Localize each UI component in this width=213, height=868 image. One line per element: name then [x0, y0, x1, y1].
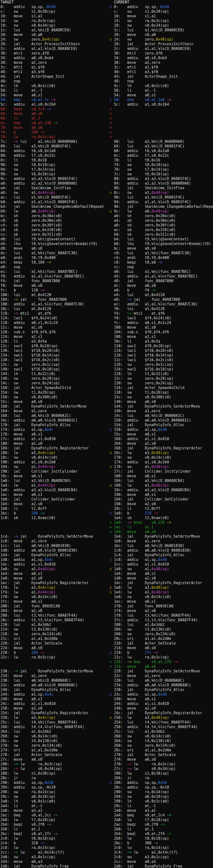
target-line: 18: sw s0,0x34(sp): [0, 23, 110, 28]
current-line: 1b8: move a1,zero: [110, 539, 213, 544]
diff-marker-immediate: i: [110, 650, 114, 655]
diff-row: cc: sb zero,0x311(s0) b0: sb zero,0x311(…: [0, 232, 213, 237]
current-line: 10c: li a3,0x5a: [110, 339, 213, 344]
current-line: 268: sw zero,0x134(s0): [110, 743, 213, 748]
current-line: 204: sw t3,0x130(s0): [110, 627, 213, 632]
target-line: 1d4: jal DynaPolyInfo_Alloc: [0, 553, 110, 557]
target-line: 2d8: jal DynaPolyInfo_Free: [0, 864, 110, 868]
target-line: 1b8: li t2,0xff: [0, 506, 110, 511]
diff-row: 228: b 284 ~>i 218: b 27c ~>: [0, 650, 213, 655]
diff-row: 8: addiu sp,sp,-0x58i 8: addiu sp,sp,-0x…: [0, 5, 213, 9]
diff-row: 164: move a1,zero 148: move a1,zero: [0, 409, 213, 413]
current-line: 200: lui a1,0x3db2: [110, 622, 213, 627]
diff-row: 2b8: li at,1 2b0: li at,1: [0, 827, 213, 832]
current-line: dc: move a0,s0: [110, 283, 213, 288]
target-line: 174: addiu a1,sp,0x4c: [0, 427, 110, 432]
target-line: 210: lui a1,0x3db2: [0, 622, 110, 627]
diff-row: 40: mfc1 a3,$f0 40: mfc1 a3,$f0: [0, 70, 213, 74]
diff-marker-deletion: <: [110, 116, 114, 121]
target-line: 108: addiu a1,a1,%lo(func_80A87C30): [0, 302, 110, 307]
current-line: 234: addiu a0,a0,%lo(D_0600BA8C): [110, 683, 213, 687]
diff-row: 23c: addiu a0,a0,%lo(D_0600BA8C) 234: ad…: [0, 683, 213, 687]
diff-row: 290: addiu sp,sp,0x58i 288: addiu sp,sp,…: [0, 780, 213, 785]
target-line: a8: sw a1,0x44(sp): [0, 190, 110, 195]
diff-row: d4: lhu t9,%lo(gSaveContext+0xeda)(t9) b…: [0, 242, 213, 246]
current-line: b8: lhu t9,%lo(gSaveContext+0xeda)(t9): [110, 242, 213, 246]
diff-row: 274: ori a1,a1,0x2d0e 26c: ori a1,a1,0x2…: [0, 748, 213, 753]
diff-row: 1f0: lw a3,0x4c(sp)s 1e0: lw a3,0x48(sp): [0, 585, 213, 590]
diff-row: 244: addiu a1,sp,0x4ci 23c: addiu a1,sp,…: [0, 692, 213, 697]
target-line: 1c0: sb t2,0xae(s0): [0, 516, 110, 520]
target-line: 280: ~> lw ra,0x3c(sp): [0, 762, 110, 767]
diff-row: 24c: addiu a1,s1,0x810 244: addiu a1,s1,…: [0, 702, 213, 706]
current-line: 1c0: addiu a0,a0,%lo(D_06001830): [110, 548, 213, 553]
target-line: 1ec: jal DynaPolyInfo_RegisterActor: [0, 581, 110, 585]
target-line: [0, 525, 110, 530]
target-line: 98: sw t6,0x10(sp): [0, 172, 110, 177]
current-line: <: [110, 116, 213, 121]
diff-row: 4c: lh v0,0x1c(s0) 4c: lh v0,0x1c(s0): [0, 84, 213, 88]
target-line: c: sw s1,0x38(sp): [0, 9, 110, 14]
target-line: f8: move a0,s0: [0, 283, 110, 288]
target-line: 250: move a2,s0: [0, 706, 110, 711]
diff-row: 54: move a0,s1 54: move a0,s1: [0, 93, 213, 98]
current-line: 26c: ori a1,a1,0x2d0e: [110, 748, 213, 753]
current-line: 144: jal DynaPolyInfo_SetActorMove: [110, 404, 213, 409]
current-line: 2b4: beql v0,at,2f4 ~>: [110, 832, 213, 836]
asm-diff-view: TARGET CURRENT8: addiu sp,sp,-0x58i 8: a…: [0, 0, 213, 868]
diff-row: 21c: ori a1,a1,0x2d0e 20c: ori a1,a1,0x2…: [0, 637, 213, 641]
target-line: 2b0: lw t7,0x18(sp): [0, 818, 110, 822]
target-line: bc: sh zero,0x30a(s0): [0, 214, 110, 218]
diff-row: e8: nop cc: nop: [0, 265, 213, 270]
current-line: a4: sb zero,0x30e(s0): [110, 218, 213, 223]
target-line: 128: li a3,0x5a: [0, 339, 110, 344]
target-line: 1f0: lw a3,0x4c(sp): [0, 585, 110, 590]
diff-row: 1bc: b 280 ~>i 1a0: b 278 ~>: [0, 511, 213, 516]
diff-marker-stack: s: [110, 483, 114, 488]
current-line: 1c: lui a1,%hi(D_80A88CE0): [110, 28, 213, 33]
diff-row: c4: sb zero,0x30f(s0) a8: sb zero,0x30f(…: [0, 223, 213, 228]
diff-row: 1e4: move a0,s1 1d4: move a0,s1: [0, 571, 213, 576]
current-line: b4: lui t9,%hi(gSaveContext): [110, 237, 213, 242]
current-line: 17c: jal Collider_InitCylinder: [110, 469, 213, 474]
diff-row: 94: sw t7,0x14(sp) 78: sw t7,0x14(sp): [0, 167, 213, 172]
diff-row: 14: sw ra,0x3c(sp) 14: sw ra,0x3c(sp): [0, 19, 213, 23]
diff-marker-stack: s: [110, 567, 114, 571]
current-line: 174: addiu a1,s0,0x2b0: [110, 460, 213, 465]
current-line: 264: sw t4,0x130(s0): [110, 739, 213, 743]
diff-row: 30: mtc1 zero,$f0 30: mtc1 zero,$f0: [0, 51, 213, 56]
current-line: 150: addiu a0,a0,%lo(D_06000A1C): [110, 418, 213, 423]
target-line: 24c: addiu a1,s1,0x810: [0, 702, 110, 706]
diff-row: e0: andi t0,t9,0x400 c4: andi t0,t9,0x40…: [0, 255, 213, 260]
target-line: 130: lwc1 $f10,0x28(s0): [0, 348, 110, 353]
diff-row: 38: move a2,zero 38: move a2,zero: [0, 60, 213, 65]
target-line: 148: sw zero,0x28(sp): [0, 376, 110, 381]
target-line: 224: move a0,s0: [0, 646, 110, 650]
current-line: 5c: addiu a1,s0,0x164: [110, 102, 213, 107]
current-line: 29c: li at,-1: [110, 804, 213, 808]
diff-row: 280: ~> lw ra,0x3c(sp) 278: ~> lw ra,0x3…: [0, 762, 213, 767]
target-line: a4: jal SkelAnime_InitFlex: [0, 186, 110, 190]
current-line: 1dc: jal DynaPolyInfo_RegisterActor: [110, 581, 213, 585]
target-line: 1a4: lw a1,0x44(sp): [0, 483, 110, 488]
diff-row: 104: ~> jal func_80A87800 e8: ~> jal fun…: [0, 297, 213, 302]
diff-row: 1b4: move a2,s0 198: move a2,s0: [0, 502, 213, 506]
current-line: e4: lui at,0x4120: [110, 293, 213, 297]
target-line: 170: jal DynaPolyInfo_Alloc: [0, 423, 110, 427]
diff-row: e4: beqz t0,104 ~> c8: beqz t0,e8 ~>: [0, 260, 213, 265]
target-line: 7c: ~> lui a2,%hi(D_0600B9A8): [0, 140, 110, 144]
target-line: 2d4: move a0,a3: [0, 860, 110, 864]
diff-row: b8: lw a0,0x44(sp)s 9c: lw a0,0x40(sp): [0, 209, 213, 214]
current-line: c0: lui a1,%hi(func_80A87C30): [110, 251, 213, 255]
current-line: 40: mfc1 a3,$f0: [110, 70, 213, 74]
diff-row: 60: beqz v0,1c4 ~><: [0, 107, 213, 112]
current-line: 1d8: move a2,s0: [110, 576, 213, 581]
target-line: 25c: lui t4,%hi(func_80A87F44): [0, 720, 110, 725]
diff-marker-immediate: i: [110, 5, 114, 9]
current-line: 78: sw t7,0x14(sp): [110, 167, 213, 172]
current-line: 15c: move a0,s1: [110, 432, 213, 437]
current-line: 100: move a1,s0: [110, 325, 213, 330]
diff-row: 118: addiu a0,s1,0x1c24 fc: addiu a0,s1,…: [0, 320, 213, 325]
diff-row: 29c: sw a0,0x18(sp) 294: sw a0,0x18(sp): [0, 795, 213, 799]
current-line: 6c: addiu t7,s0,0x22c: [110, 153, 213, 158]
